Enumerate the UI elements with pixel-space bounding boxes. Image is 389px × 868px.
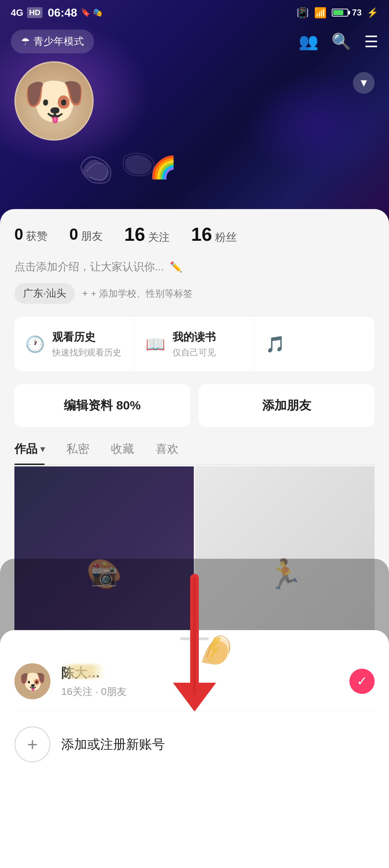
history-sub: 快速找到观看历史 [52,347,121,358]
tab-likes[interactable]: 喜欢 [156,441,179,464]
following-label: 关注 [148,230,170,245]
feature-history[interactable]: 🕐 观看历史 快速找到观看历史 [14,317,135,371]
add-friend-button[interactable]: 添加朋友 [199,384,375,427]
tab-favorites[interactable]: 收藏 [111,441,134,464]
location-tag[interactable]: 广东·汕头 [14,283,75,304]
sheet-user-avatar: 🐶 [14,663,50,699]
hd-icon: HD [27,7,43,18]
status-left: 4G HD 06:48 🔖 🎭 [11,6,102,19]
bolt-icon: ⚡ [367,7,378,18]
signal-icon: 4G [11,7,23,18]
friends-count: 0 [69,225,78,243]
check-icon: ✓ [349,669,375,694]
account-dropdown-button[interactable]: ▼ [353,72,375,94]
reading-title: 我的读书 [173,330,216,345]
status-bar: 4G HD 06:48 🔖 🎭 📳 📶 73 ⚡ [0,0,389,25]
likes-label: 获赞 [26,229,48,244]
umbrella-icon: ☂ [21,36,30,48]
feature-reading-text: 我的读书 仅自己可见 [173,330,216,358]
avatar-image [16,63,92,139]
reading-sub: 仅自己可见 [173,347,216,358]
wifi-icon: 📶 [314,7,327,19]
content-tabs: 作品 ▾ 私密 收藏 喜欢 [14,441,375,465]
private-label: 私密 [66,441,89,457]
add-account-item[interactable]: + 添加或注册新账号 [14,716,375,773]
menu-icon[interactable]: ☰ [364,32,378,51]
friends-label: 朋友 [81,229,103,244]
feature-cards: 🕐 观看历史 快速找到观看历史 📖 我的读书 仅自己可见 🎵 [14,317,375,371]
plus-icon: + [82,288,88,299]
feature-history-text: 观看历史 快速找到观看历史 [52,330,121,358]
bio-text: 点击添加介绍，让大家认识你... [14,260,164,274]
reading-icon: 📖 [146,335,165,354]
stat-friends: 0 朋友 [69,225,102,244]
tab-private[interactable]: 私密 [66,441,89,464]
top-nav: ☂ 青少年模式 👥 🔍 ☰ [0,25,389,58]
tab-dropdown-icon: ▾ [40,444,45,454]
time-display: 06:48 [48,6,77,19]
stats-row: 0 获赞 0 朋友 16 关注 16 粉丝 [14,223,375,245]
add-account-icon: + [14,726,50,762]
stat-followers[interactable]: 16 粉丝 [191,223,237,245]
following-count: 16 [124,223,145,245]
battery-level: 73 [352,8,362,18]
action-buttons: 编辑资料 80% 添加朋友 [14,384,375,427]
stat-following[interactable]: 16 关注 [124,223,170,245]
status-right: 📳 📶 73 ⚡ [296,7,378,19]
red-arrow-pointer [158,571,231,717]
vibrate-icon: 📳 [296,7,309,19]
friends-icon[interactable]: 👥 [299,32,318,51]
likes-tab-label: 喜欢 [156,441,179,457]
edit-profile-button[interactable]: 编辑资料 80% [14,384,190,427]
followers-count: 16 [191,223,212,245]
tags-row: 广东·汕头 + + 添加学校、性别等标签 [14,283,375,304]
chevron-down-icon: ▼ [358,77,369,89]
favorites-label: 收藏 [111,441,134,457]
extra-icons: 🔖 🎭 [81,8,102,17]
nav-icons: 👥 🔍 ☰ [299,32,378,51]
avatar[interactable] [14,61,94,141]
edit-bio-icon: ✏️ [170,261,182,273]
add-account-label: 添加或注册新账号 [61,736,165,753]
stat-likes: 0 获赞 [14,225,48,244]
feature-reading[interactable]: 📖 我的读书 仅自己可见 [135,317,255,371]
tab-works[interactable]: 作品 ▾ [14,441,45,464]
battery-indicator: 73 [332,8,362,18]
youth-mode-button[interactable]: ☂ 青少年模式 [11,30,94,53]
music-icon: 🎵 [265,335,285,354]
bio-row[interactable]: 点击添加介绍，让大家认识你... ✏️ [14,260,375,274]
profile-section: 🌈 [0,61,389,141]
add-tags-button[interactable]: + + 添加学校、性别等标签 [82,287,193,300]
add-tags-label: + 添加学校、性别等标签 [91,287,192,300]
feature-music[interactable]: 🎵 [255,317,375,371]
history-title: 观看历史 [52,330,121,345]
followers-label: 粉丝 [215,230,237,245]
search-icon[interactable]: 🔍 [331,32,351,51]
youth-mode-label: 青少年模式 [33,35,84,48]
history-icon: 🕐 [25,335,45,354]
likes-count: 0 [14,225,23,243]
works-label: 作品 [14,441,37,457]
